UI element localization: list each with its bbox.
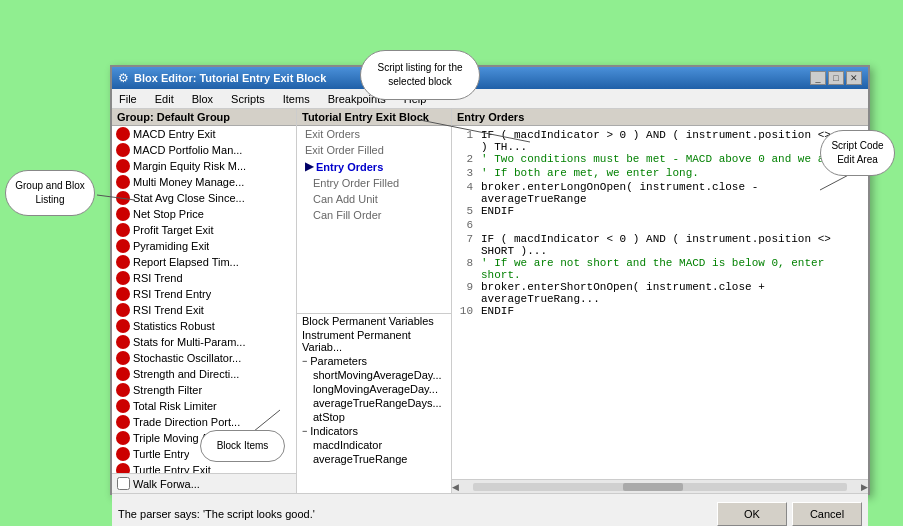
blox-item-icon bbox=[116, 127, 130, 141]
variable-item-label: shortMovingAverageDay... bbox=[313, 369, 442, 381]
line-code-text[interactable]: IF ( macdIndicator > 0 ) AND ( instrumen… bbox=[481, 129, 865, 153]
blox-item-icon bbox=[116, 175, 130, 189]
line-code-text[interactable]: ' Two conditions must be met - MACD abov… bbox=[481, 153, 864, 167]
blox-item-icon bbox=[116, 271, 130, 285]
variable-item[interactable]: − Parameters bbox=[297, 354, 451, 368]
walk-forward-checkbox[interactable]: Walk Forwa... bbox=[117, 477, 200, 490]
status-bar: The parser says: 'The script looks good.… bbox=[112, 493, 868, 526]
button-group: OK Cancel bbox=[717, 502, 862, 526]
blox-list-item[interactable]: Strength Filter bbox=[112, 382, 296, 398]
line-code-text[interactable]: broker.enterLongOnOpen( instrument.close… bbox=[481, 181, 865, 205]
blox-item-icon bbox=[116, 367, 130, 381]
blox-item-label: Statistics Robust bbox=[133, 320, 215, 332]
close-button[interactable]: ✕ bbox=[846, 71, 862, 85]
blox-list-item[interactable]: Trade Direction Port... bbox=[112, 414, 296, 430]
code-line: 2 ' Two conditions must be met - MACD ab… bbox=[455, 153, 865, 167]
menu-items[interactable]: Items bbox=[280, 92, 313, 106]
variable-item[interactable]: − Indicators bbox=[297, 424, 451, 438]
blox-item-icon bbox=[116, 159, 130, 173]
block-items-list[interactable]: Exit OrdersExit Order Filled▶ Entry Orde… bbox=[297, 126, 451, 313]
code-line: 7IF ( macdIndicator < 0 ) AND ( instrume… bbox=[455, 233, 865, 257]
block-item[interactable]: Can Fill Order bbox=[297, 207, 451, 223]
variable-item-label: Instrument Permanent Variab... bbox=[302, 329, 446, 353]
blox-item-label: Net Stop Price bbox=[133, 208, 204, 220]
variable-item[interactable]: Block Permanent Variables bbox=[297, 314, 451, 328]
blox-item-label: MACD Entry Exit bbox=[133, 128, 216, 140]
blox-list-item[interactable]: Margin Equity Risk M... bbox=[112, 158, 296, 174]
code-content[interactable]: 1IF ( macdIndicator > 0 ) AND ( instrume… bbox=[452, 126, 868, 479]
blox-list-item[interactable]: Net Stop Price bbox=[112, 206, 296, 222]
blox-list-item[interactable]: Total Risk Limiter bbox=[112, 398, 296, 414]
left-panel-header: Group: Default Group bbox=[112, 109, 296, 126]
block-item[interactable]: Entry Order Filled bbox=[297, 175, 451, 191]
blox-item-icon bbox=[116, 383, 130, 397]
expand-icon[interactable]: − bbox=[302, 356, 307, 366]
line-code-text[interactable]: IF ( macdIndicator < 0 ) AND ( instrumen… bbox=[481, 233, 865, 257]
line-code-text[interactable]: ' If we are not short and the MACD is be… bbox=[481, 257, 865, 281]
blox-item-label: RSI Trend bbox=[133, 272, 183, 284]
line-number: 6 bbox=[455, 219, 473, 233]
blox-item-icon bbox=[116, 207, 130, 221]
blox-list-item[interactable]: Stat Avg Close Since... bbox=[112, 190, 296, 206]
menu-file[interactable]: File bbox=[116, 92, 140, 106]
blox-item-label: Multi Money Manage... bbox=[133, 176, 244, 188]
blox-list-item[interactable]: Stochastic Oscillator... bbox=[112, 350, 296, 366]
blox-list-item[interactable]: Report Elapsed Tim... bbox=[112, 254, 296, 270]
blox-list-item[interactable]: Profit Target Exit bbox=[112, 222, 296, 238]
blox-list-item[interactable]: Turtle Entry Exit bbox=[112, 462, 296, 473]
line-code-text[interactable]: broker.enterShortOnOpen( instrument.clos… bbox=[481, 281, 865, 305]
menu-blox[interactable]: Blox bbox=[189, 92, 216, 106]
blox-list-item[interactable]: RSI Trend Entry bbox=[112, 286, 296, 302]
blox-list-item[interactable]: Strength and Directi... bbox=[112, 366, 296, 382]
variable-item[interactable]: Instrument Permanent Variab... bbox=[297, 328, 451, 354]
variable-item[interactable]: macdIndicator bbox=[297, 438, 451, 452]
blox-list[interactable]: MACD Entry ExitMACD Portfolio Man...Marg… bbox=[112, 126, 296, 473]
variable-item[interactable]: atStop bbox=[297, 410, 451, 424]
menu-scripts[interactable]: Scripts bbox=[228, 92, 268, 106]
walk-forward-check[interactable] bbox=[117, 477, 130, 490]
middle-panel: Tutorial Entry Exit Block Exit OrdersExi… bbox=[297, 109, 452, 493]
variable-item[interactable]: shortMovingAverageDay... bbox=[297, 368, 451, 382]
cancel-button[interactable]: Cancel bbox=[792, 502, 862, 526]
window-controls: _ □ ✕ bbox=[810, 71, 862, 85]
annotation-block-items: Block Items bbox=[200, 430, 285, 462]
menu-edit[interactable]: Edit bbox=[152, 92, 177, 106]
blox-item-label: Strength and Directi... bbox=[133, 368, 239, 380]
block-item[interactable]: ▶ Entry Orders bbox=[297, 158, 451, 175]
block-item[interactable]: Can Add Unit bbox=[297, 191, 451, 207]
blox-item-label: Stats for Multi-Param... bbox=[133, 336, 245, 348]
block-item[interactable]: Exit Order Filled bbox=[297, 142, 451, 158]
blox-list-item[interactable]: Multi Money Manage... bbox=[112, 174, 296, 190]
hscroll-thumb[interactable] bbox=[623, 483, 683, 491]
blox-list-item[interactable]: RSI Trend bbox=[112, 270, 296, 286]
minimize-button[interactable]: _ bbox=[810, 71, 826, 85]
ok-button[interactable]: OK bbox=[717, 502, 787, 526]
blox-item-icon bbox=[116, 255, 130, 269]
blox-list-item[interactable]: Stats for Multi-Param... bbox=[112, 334, 296, 350]
line-number: 7 bbox=[455, 233, 473, 257]
hscroll-track[interactable] bbox=[473, 483, 847, 491]
variable-item[interactable]: averageTrueRangeDays... bbox=[297, 396, 451, 410]
variable-item-label: Parameters bbox=[310, 355, 367, 367]
line-code-text[interactable]: ' If both are met, we enter long. bbox=[481, 167, 699, 181]
line-number: 10 bbox=[455, 305, 473, 319]
line-number: 1 bbox=[455, 129, 473, 153]
expand-icon[interactable]: − bbox=[302, 426, 307, 436]
line-number: 9 bbox=[455, 281, 473, 305]
code-line: 6 bbox=[455, 219, 865, 233]
line-code-text[interactable]: ENDIF bbox=[481, 305, 514, 319]
horizontal-scrollbar[interactable]: ◀ ▶ bbox=[452, 479, 868, 493]
variable-item[interactable]: longMovingAverageDay... bbox=[297, 382, 451, 396]
blox-list-item[interactable]: RSI Trend Exit bbox=[112, 302, 296, 318]
blox-list-item[interactable]: Statistics Robust bbox=[112, 318, 296, 334]
blox-list-item[interactable]: MACD Entry Exit bbox=[112, 126, 296, 142]
variables-panel[interactable]: Block Permanent VariablesInstrument Perm… bbox=[297, 313, 451, 493]
line-code-text[interactable]: ENDIF bbox=[481, 205, 514, 219]
maximize-button[interactable]: □ bbox=[828, 71, 844, 85]
line-number: 5 bbox=[455, 205, 473, 219]
block-item[interactable]: Exit Orders bbox=[297, 126, 451, 142]
blox-list-item[interactable]: Pyramiding Exit bbox=[112, 238, 296, 254]
variable-item[interactable]: averageTrueRange bbox=[297, 452, 451, 466]
blox-list-item[interactable]: MACD Portfolio Man... bbox=[112, 142, 296, 158]
line-number: 8 bbox=[455, 257, 473, 281]
